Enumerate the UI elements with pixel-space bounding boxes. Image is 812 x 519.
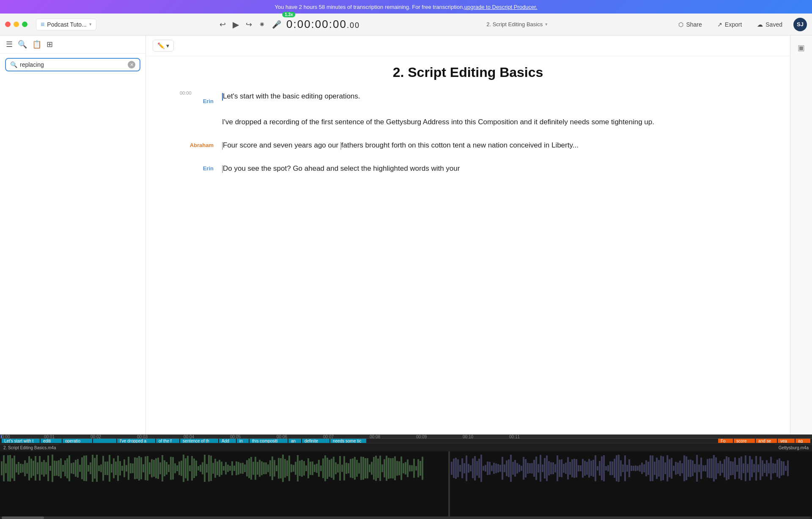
timeline-chip[interactable]: I've dropped a — [117, 439, 155, 443]
svg-rect-309 — [675, 462, 677, 475]
search-clear-button[interactable]: ✕ — [128, 61, 135, 68]
svg-rect-330 — [719, 461, 721, 475]
svg-rect-291 — [637, 466, 639, 471]
timeline-chip[interactable]: in — [237, 439, 249, 443]
pencil-tool-button[interactable]: ✏️ ▾ — [153, 40, 174, 52]
timeline-chip-orange[interactable]: Fo — [718, 439, 733, 443]
transcript-text-erin2[interactable]: Do you see the spot? Go ahead and select… — [222, 163, 756, 174]
search-button[interactable]: 🔍 — [18, 40, 27, 49]
svg-rect-326 — [711, 459, 713, 478]
saved-label: Saved — [765, 21, 782, 28]
svg-rect-263 — [578, 465, 579, 472]
speed-badge[interactable]: 1.3x — [282, 12, 295, 17]
timeline-chip[interactable] — [93, 439, 116, 443]
svg-rect-296 — [647, 462, 649, 475]
search-input[interactable] — [20, 61, 125, 68]
copy-button[interactable]: 📋 — [32, 40, 41, 49]
svg-rect-195 — [411, 465, 413, 472]
upgrade-link[interactable]: upgrade to Descript Producer. — [464, 4, 538, 10]
timeline-chip-orange[interactable]: score — [734, 439, 755, 443]
timeline-chip[interactable]: needs some tic — [330, 439, 366, 443]
svg-rect-59 — [123, 459, 125, 477]
timeline-chip-orange[interactable]: yea — [778, 439, 795, 443]
svg-rect-188 — [396, 461, 398, 476]
saved-button[interactable]: ☁ Saved — [753, 19, 787, 30]
speaker-name-erin2: Erin — [180, 164, 214, 172]
svg-rect-48 — [100, 464, 102, 472]
share-label: Share — [686, 21, 702, 28]
svg-rect-312 — [681, 463, 683, 473]
svg-rect-70 — [147, 456, 148, 481]
effects-button[interactable]: ⁕ — [257, 18, 267, 31]
svg-rect-148 — [312, 462, 313, 475]
svg-rect-250 — [550, 462, 552, 474]
menu-button[interactable]: ☰ — [6, 40, 13, 49]
minimize-button[interactable] — [14, 22, 19, 27]
svg-rect-289 — [633, 466, 634, 471]
svg-rect-322 — [702, 465, 704, 471]
svg-rect-78 — [164, 460, 165, 476]
timeline-chip[interactable]: sentence of th — [180, 439, 218, 443]
svg-rect-175 — [369, 464, 370, 473]
scrollbar-thumb[interactable] — [2, 516, 44, 519]
svg-rect-42 — [88, 465, 89, 471]
timeline-chip[interactable]: Add — [219, 439, 236, 443]
transcript-text-2[interactable]: I've dropped a recording of the first se… — [222, 116, 756, 128]
svg-rect-121 — [255, 457, 256, 480]
svg-rect-234 — [516, 463, 518, 473]
svg-rect-31 — [64, 460, 66, 476]
svg-rect-354 — [770, 457, 772, 480]
svg-rect-331 — [721, 464, 723, 473]
svg-rect-190 — [401, 456, 402, 480]
svg-rect-92 — [193, 459, 195, 478]
panel-toggle-button[interactable]: ▣ — [795, 41, 807, 55]
timeline-chip[interactable]: operatio — [63, 439, 92, 443]
svg-rect-161 — [339, 456, 341, 481]
ruler-mark-6: 00:06 — [277, 435, 287, 439]
section-label[interactable]: 2. Script Editing Basics ▾ — [481, 21, 553, 27]
transcript-text[interactable]: Let's start with the basic editing opera… — [222, 90, 756, 104]
cursor-indicator — [222, 93, 223, 101]
timeline-chip-orange[interactable]: and se — [756, 439, 777, 443]
project-name[interactable]: ≡ Podcast Tuto... ▾ — [36, 19, 96, 30]
svg-rect-307 — [671, 458, 672, 478]
svg-rect-248 — [546, 456, 548, 481]
svg-rect-101 — [212, 463, 214, 474]
rewind-button[interactable]: ↩ — [218, 18, 228, 31]
svg-rect-273 — [599, 461, 601, 476]
svg-rect-341 — [743, 464, 744, 473]
svg-rect-355 — [772, 463, 774, 473]
svg-rect-233 — [514, 460, 516, 476]
scrollbar-track[interactable] — [2, 516, 810, 519]
svg-rect-110 — [231, 461, 233, 475]
transcript-text-abraham[interactable]: Four score and seven years ago our fathe… — [222, 139, 756, 151]
svg-rect-90 — [189, 465, 191, 471]
scrollbar-area[interactable] — [0, 516, 812, 519]
timeline-chip[interactable]: an — [288, 439, 301, 443]
svg-rect-298 — [652, 456, 653, 481]
svg-rect-172 — [362, 457, 364, 480]
svg-rect-103 — [217, 462, 218, 475]
timeline-chip[interactable]: this compositi — [250, 439, 288, 443]
play-button[interactable]: ▶ — [231, 18, 241, 31]
svg-rect-129 — [272, 456, 273, 480]
close-button[interactable] — [5, 22, 11, 27]
timeline-chip[interactable]: of the f — [156, 439, 179, 443]
svg-rect-27 — [56, 461, 58, 475]
avatar[interactable]: SJ — [793, 18, 807, 31]
svg-rect-106 — [223, 466, 225, 471]
forward-button[interactable]: ↪ — [244, 18, 254, 31]
svg-rect-209 — [464, 463, 465, 473]
timeline-area: 0:00 00:01 00:02 00:03 00:04 00:05 00:06… — [0, 434, 812, 519]
timeline-chip-orange[interactable]: ag — [796, 439, 810, 443]
pencil-icon: ✏️ — [157, 42, 165, 49]
maximize-button[interactable] — [22, 22, 27, 27]
timeline-chip[interactable]: Let's start with t — [2, 439, 40, 443]
share-button[interactable]: ⬡ Share — [674, 19, 706, 30]
svg-rect-9 — [18, 462, 19, 475]
microphone-button[interactable]: 🎤 — [270, 18, 283, 31]
timeline-chip[interactable]: editi — [41, 439, 62, 443]
timeline-chip[interactable]: definite — [302, 439, 329, 443]
export-button[interactable]: ↗ Export — [713, 19, 746, 30]
grid-button[interactable]: ⊞ — [47, 40, 53, 49]
